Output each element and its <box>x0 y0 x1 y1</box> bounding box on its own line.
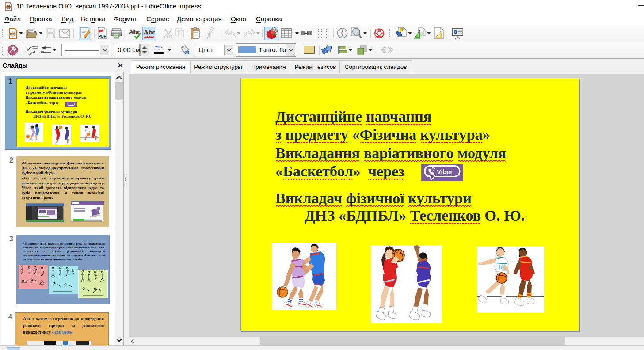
svg-text:Abc: Abc <box>129 28 140 35</box>
svg-text:Abc: Abc <box>144 29 155 36</box>
svg-text:Viber: Viber <box>437 168 453 175</box>
svg-text:%: % <box>276 30 278 32</box>
svg-text:%: % <box>272 28 275 31</box>
svg-text:PDF: PDF <box>99 34 106 38</box>
